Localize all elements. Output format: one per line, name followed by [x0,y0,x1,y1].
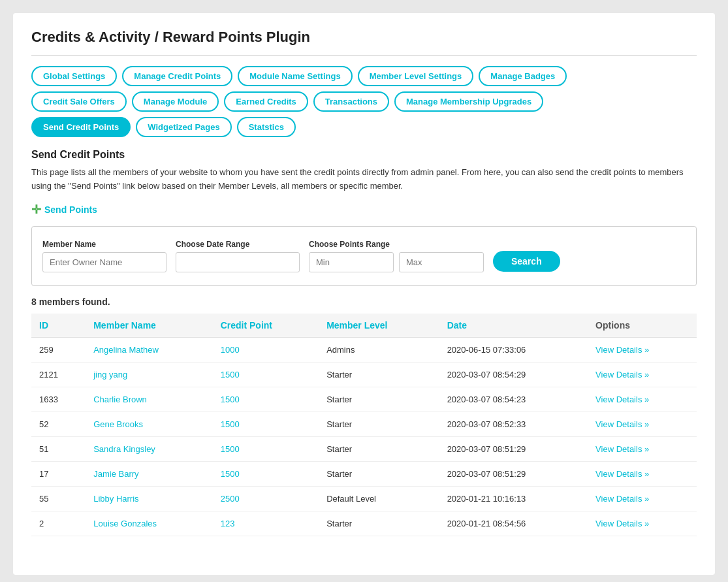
table-row: 55 Libby Harris 2500 Default Level 2020-… [31,486,697,511]
member-name-link[interactable]: Louise Gonzales [93,519,157,528]
cell-id: 2121 [31,362,86,387]
cell-name: Sandra Kingsley [86,436,213,461]
table-row: 52 Gene Brooks 1500 Starter 2020-03-07 0… [31,412,697,436]
table-row: 17 Jamie Barry 1500 Starter 2020-03-07 0… [31,461,697,486]
search-button[interactable]: Search [493,251,560,272]
divider [31,55,697,56]
cell-date: 2020-03-07 08:54:29 [439,362,588,387]
cell-credit: 1500 [213,362,319,387]
cell-id: 1633 [31,387,86,412]
member-name-link[interactable]: Angelina Mathew [93,345,159,355]
cell-date: 2020-03-07 08:51:29 [439,436,588,461]
cell-credit: 2500 [213,486,319,511]
nav-btn-widgetized-pages[interactable]: Widgetized Pages [136,117,231,137]
cell-level: Admins [319,337,439,362]
cell-level: Starter [319,412,439,436]
col-id: ID [31,314,86,338]
cell-options: View Details » [588,486,697,511]
nav-btn-manage-membership-upgrades[interactable]: Manage Membership Upgrades [394,91,543,112]
view-details-link[interactable]: View Details » [595,395,649,404]
cell-credit: 1500 [213,387,319,412]
section-desc: This page lists all the members of your … [31,166,697,193]
cell-level: Starter [319,511,439,536]
member-name-link[interactable]: Sandra Kingsley [93,444,155,454]
main-container: Credits & Activity / Reward Points Plugi… [13,13,715,575]
cell-name: Jamie Barry [86,461,213,486]
cell-options: View Details » [588,511,697,536]
nav-buttons-row2: Credit Sale Offers Manage Module Earned … [31,91,697,112]
cell-options: View Details » [588,412,697,436]
nav-btn-global-settings[interactable]: Global Settings [31,66,117,86]
cell-date: 2020-03-07 08:52:33 [439,412,588,436]
member-name-label: Member Name [42,240,166,249]
col-credit-point: Credit Point [213,314,319,338]
member-name-link[interactable]: Libby Harris [93,494,138,504]
cell-options: View Details » [588,337,697,362]
table-row: 51 Sandra Kingsley 1500 Starter 2020-03-… [31,436,697,461]
send-points-link[interactable]: ✛ Send Points [31,202,697,217]
cell-name: Gene Brooks [86,412,213,436]
section-title: Send Credit Points [31,149,697,161]
points-min-input[interactable] [309,252,394,272]
cell-credit: 1500 [213,412,319,436]
table-row: 2 Louise Gonzales 123 Starter 2020-01-21… [31,511,697,536]
nav-btn-module-name-settings[interactable]: Module Name Settings [238,66,352,86]
view-details-link[interactable]: View Details » [595,444,649,454]
nav-btn-earned-credits[interactable]: Earned Credits [224,91,308,112]
view-details-link[interactable]: View Details » [595,370,649,380]
cell-id: 259 [31,337,86,362]
cell-credit: 1500 [213,436,319,461]
col-options: Options [588,314,697,338]
results-count: 8 members found. [31,297,697,307]
cell-level: Default Level [319,486,439,511]
member-name-link[interactable]: Jamie Barry [93,469,138,479]
cell-id: 17 [31,461,86,486]
view-details-link[interactable]: View Details » [595,345,649,355]
cell-date: 2020-03-07 08:51:29 [439,461,588,486]
nav-btn-send-credit-points[interactable]: Send Credit Points [31,117,131,137]
member-name-link[interactable]: Gene Brooks [93,419,143,429]
col-member-name: Member Name [86,314,213,338]
nav-btn-manage-badges[interactable]: Manage Badges [479,66,567,86]
view-details-link[interactable]: View Details » [595,419,649,429]
table-body: 259 Angelina Mathew 1000 Admins 2020-06-… [31,337,697,536]
member-name-link[interactable]: Charlie Brown [93,395,147,404]
results-table: ID Member Name Credit Point Member Level… [31,314,697,536]
table-row: 1633 Charlie Brown 1500 Starter 2020-03-… [31,387,697,412]
filter-member-name: Member Name [42,240,166,272]
nav-btn-member-level-settings[interactable]: Member Level Settings [358,66,474,86]
filter-date-range: Choose Date Range [176,240,300,272]
nav-btn-manage-module[interactable]: Manage Module [132,91,219,112]
cell-options: View Details » [588,387,697,412]
points-max-input[interactable] [399,252,484,272]
nav-btn-manage-credit-points[interactable]: Manage Credit Points [122,66,232,86]
member-name-link[interactable]: jing yang [93,370,127,380]
view-details-link[interactable]: View Details » [595,469,649,479]
plus-icon: ✛ [31,202,41,217]
cell-level: Starter [319,436,439,461]
page-title: Credits & Activity / Reward Points Plugi… [31,29,697,46]
view-details-link[interactable]: View Details » [595,494,649,504]
nav-buttons-row3: Send Credit Points Widgetized Pages Stat… [31,117,697,137]
date-range-label: Choose Date Range [176,240,300,249]
cell-name: Charlie Brown [86,387,213,412]
cell-name: Louise Gonzales [86,511,213,536]
cell-id: 55 [31,486,86,511]
cell-date: 2020-01-21 10:16:13 [439,486,588,511]
cell-credit: 1000 [213,337,319,362]
cell-credit: 1500 [213,461,319,486]
table-header: ID Member Name Credit Point Member Level… [31,314,697,338]
view-details-link[interactable]: View Details » [595,519,649,528]
nav-btn-statstics[interactable]: Statstics [237,117,296,137]
cell-name: Libby Harris [86,486,213,511]
nav-btn-transactions[interactable]: Transactions [313,91,389,112]
nav-btn-credit-sale-offers[interactable]: Credit Sale Offers [31,91,127,112]
table-row: 259 Angelina Mathew 1000 Admins 2020-06-… [31,337,697,362]
date-range-input[interactable] [176,252,300,272]
member-name-input[interactable] [42,252,166,272]
cell-level: Starter [319,387,439,412]
cell-options: View Details » [588,436,697,461]
col-member-level: Member Level [319,314,439,338]
col-date: Date [439,314,588,338]
points-range-label: Choose Points Range [309,240,484,249]
